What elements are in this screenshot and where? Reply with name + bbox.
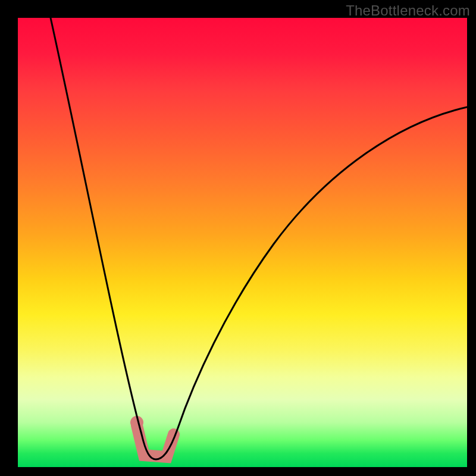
curve-layer — [18, 18, 467, 467]
accent-highlight — [137, 425, 174, 457]
bottleneck-curve-path — [51, 18, 467, 459]
watermark-text: TheBottleneck.com — [346, 2, 470, 19]
chart-frame: TheBottleneck.com — [0, 0, 476, 476]
plot-area — [18, 18, 467, 467]
